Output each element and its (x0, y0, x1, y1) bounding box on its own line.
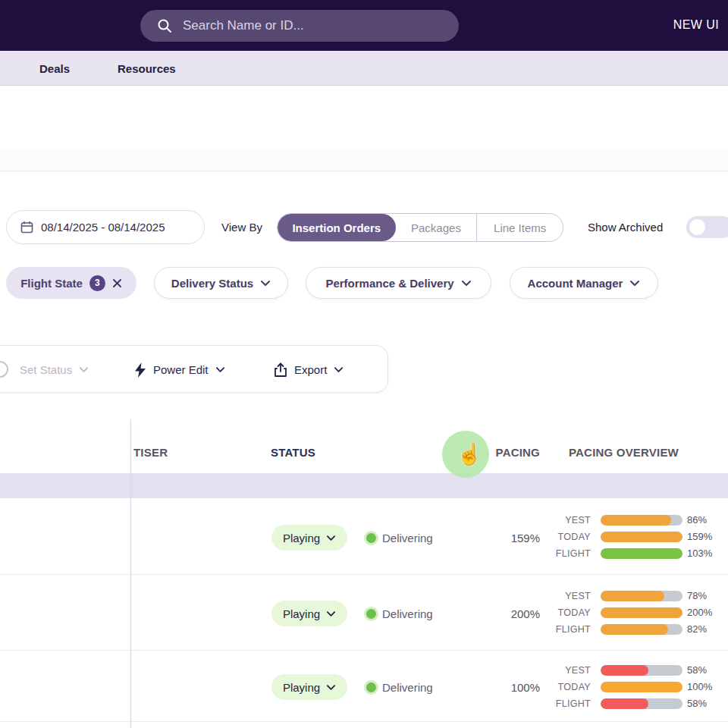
bar-percent: 58% (687, 665, 707, 676)
pacing-bar-yest: YEST 58% (0, 665, 728, 676)
bar-label: YEST (565, 515, 591, 526)
set-status-label: Set Status (20, 363, 72, 376)
filter-chip-account-manager[interactable]: Account Manager (510, 267, 658, 299)
chevron-down-icon (629, 280, 640, 287)
chip-label: Flight State (20, 277, 83, 290)
bar-percent: 86% (687, 515, 707, 526)
pacing-bar-flight: FLIGHT 103% (0, 548, 728, 559)
date-range-picker[interactable]: 08/14/2025 - 08/14/2025 (6, 210, 205, 244)
view-by-label: View By (221, 210, 262, 244)
section-divider-band (0, 150, 728, 171)
table-row[interactable]: n Q3 Awareness alth Services Playing Del… (0, 499, 728, 575)
search-icon (157, 18, 172, 33)
search-placeholder: Search Name or ID... (183, 18, 304, 33)
table-row[interactable]: Regional Drive Q3 to Playing Delivering … (0, 575, 728, 651)
nav-item-deals[interactable]: Deals (39, 51, 70, 86)
pacing-bar-flight: FLIGHT 58% (0, 698, 728, 709)
date-range-value: 08/14/2025 - 08/14/2025 (41, 221, 165, 234)
bar-percent: 200% (687, 607, 712, 618)
chevron-down-icon (334, 366, 344, 373)
nav-bar: Deals Resources (0, 51, 728, 86)
column-header-pacing-overview[interactable]: PACING OVERVIEW (569, 446, 679, 459)
bar-fill (601, 665, 648, 676)
bar-track (601, 515, 682, 526)
chevron-down-icon (215, 366, 225, 373)
chip-count-badge: 3 (89, 275, 105, 291)
pacing-bar-today: TODAY 159% (0, 532, 728, 542)
pacing-bar-yest: YEST 86% (0, 515, 728, 526)
bar-track (601, 591, 682, 601)
pacing-bar-today: TODAY 200% (0, 607, 728, 618)
bar-label: FLIGHT (556, 548, 591, 559)
bar-percent: 159% (687, 532, 712, 542)
bar-percent: 82% (687, 624, 707, 635)
bar-percent: 78% (687, 591, 707, 601)
export-button[interactable]: Export (274, 346, 344, 394)
bar-label: TODAY (558, 607, 591, 618)
bar-track (601, 698, 682, 709)
bar-track (601, 682, 682, 692)
pacing-bar-flight: FLIGHT 82% (0, 624, 728, 635)
bar-track (601, 624, 682, 635)
filter-chip-delivery-status[interactable]: Delivery Status (154, 267, 288, 299)
bar-fill (601, 532, 682, 542)
bar-fill (601, 515, 671, 526)
segment-packages[interactable]: Packages (396, 214, 477, 241)
view-by-segmented-control: Insertion Orders Packages Line Items (277, 213, 563, 242)
close-icon[interactable] (112, 278, 122, 288)
power-edit-label: Power Edit (153, 363, 209, 376)
bar-fill (601, 624, 668, 635)
column-header-pacing[interactable]: PACING (489, 446, 540, 459)
bar-fill (601, 682, 682, 692)
table-group-band (0, 473, 728, 498)
bulk-action-bar: Set Status Power Edit Export (0, 345, 388, 393)
set-status-button[interactable]: Set Status (20, 346, 89, 394)
segment-line-items[interactable]: Line Items (477, 214, 563, 241)
calendar-icon (20, 221, 33, 234)
chip-label: Performance & Delivery (325, 277, 453, 290)
click-highlight (442, 431, 489, 478)
chevron-down-icon (260, 280, 271, 287)
bar-label: YEST (565, 665, 591, 676)
bar-fill (601, 548, 682, 559)
new-ui-link[interactable]: NEW UI (673, 18, 719, 32)
filter-chip-performance-delivery[interactable]: Performance & Delivery (306, 267, 491, 299)
bar-fill (601, 607, 682, 618)
bar-label: FLIGHT (556, 624, 591, 635)
bar-track (601, 607, 682, 618)
power-edit-button[interactable]: Power Edit (134, 346, 225, 394)
bar-label: TODAY (558, 682, 591, 692)
selection-count-icon (0, 361, 8, 378)
chevron-down-icon (461, 280, 472, 287)
segment-insertion-orders[interactable]: Insertion Orders (278, 214, 396, 241)
bar-track (601, 532, 682, 542)
bar-track (601, 548, 682, 559)
show-archived-toggle[interactable] (686, 216, 728, 238)
search-input[interactable]: Search Name or ID... (140, 10, 459, 42)
bar-fill (601, 698, 648, 709)
table-row[interactable]: s - Nexxen Early mily Services Playing D… (0, 651, 728, 722)
pacing-bar-yest: YEST 78% (0, 591, 728, 601)
column-header-advertiser[interactable]: TISER (133, 446, 168, 459)
top-bar: Search Name or ID... NEW UI (0, 0, 728, 51)
column-header-status[interactable]: STATUS (271, 446, 315, 459)
nav-item-resources[interactable]: Resources (118, 51, 176, 86)
app-window: Search Name or ID... NEW UI Deals Resour… (0, 0, 728, 728)
lightning-icon (134, 362, 146, 378)
bar-track (601, 665, 682, 676)
bar-label: FLIGHT (556, 698, 591, 709)
bar-fill (601, 591, 664, 601)
chevron-down-icon (79, 366, 89, 373)
chip-label: Account Manager (528, 277, 623, 290)
filter-chip-flight-state[interactable]: Flight State 3 (6, 267, 136, 299)
hand-cursor-icon: ☝ (457, 442, 482, 466)
toggle-knob (689, 219, 705, 235)
bar-label: TODAY (558, 532, 591, 542)
bar-label: YEST (565, 591, 591, 601)
pacing-bar-today: TODAY 100% (0, 682, 728, 692)
export-label: Export (294, 363, 327, 376)
bar-percent: 58% (687, 698, 707, 709)
show-archived-label: Show Archived (588, 210, 663, 244)
bar-percent: 103% (687, 548, 712, 559)
chip-label: Delivery Status (171, 277, 253, 290)
